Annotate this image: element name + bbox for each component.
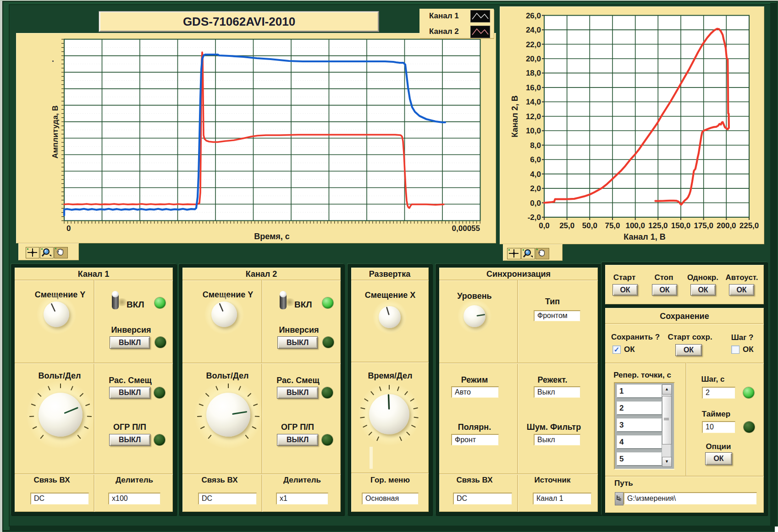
svg-text:Амплитуда, В: Амплитуда, В [51, 105, 60, 159]
svg-text:10,0: 10,0 [526, 126, 541, 135]
svg-text:-2,0: -2,0 [528, 213, 541, 222]
svg-text:100,0: 100,0 [625, 221, 645, 230]
svg-text:0: 0 [66, 224, 71, 233]
svg-text:125,0: 125,0 [648, 221, 668, 230]
svg-text:Время, с: Время, с [254, 232, 290, 241]
svg-text:16,0: 16,0 [526, 83, 541, 92]
svg-text:8,0: 8,0 [530, 141, 541, 150]
svg-text:26,0: 26,0 [526, 11, 541, 20]
svg-text:2,0: 2,0 [530, 184, 541, 193]
svg-text:Канал 1, В: Канал 1, В [624, 232, 666, 241]
svg-text:24,0: 24,0 [526, 26, 541, 34]
svg-text:175,0: 175,0 [694, 221, 713, 230]
svg-text:75,0: 75,0 [605, 221, 620, 230]
svg-text:50,0: 50,0 [582, 221, 597, 230]
svg-text:25,0: 25,0 [559, 221, 574, 230]
svg-text:Канал 2, В: Канал 2, В [510, 95, 519, 137]
svg-text:0,0: 0,0 [539, 221, 550, 230]
svg-text:14,0: 14,0 [526, 98, 541, 106]
svg-text:22,0: 22,0 [526, 40, 541, 49]
svg-text:150,0: 150,0 [671, 221, 691, 230]
svg-text:200,0: 200,0 [717, 221, 736, 230]
svg-text:4,0: 4,0 [530, 170, 541, 179]
svg-text:0,0: 0,0 [530, 199, 541, 208]
svg-text:20,0: 20,0 [526, 55, 541, 63]
svg-text:225,0: 225,0 [739, 221, 759, 230]
svg-text:0,00055: 0,00055 [452, 224, 480, 233]
svg-text:12,0: 12,0 [526, 112, 541, 121]
svg-text:18,0: 18,0 [526, 69, 541, 77]
svg-text:6,0: 6,0 [530, 155, 541, 164]
